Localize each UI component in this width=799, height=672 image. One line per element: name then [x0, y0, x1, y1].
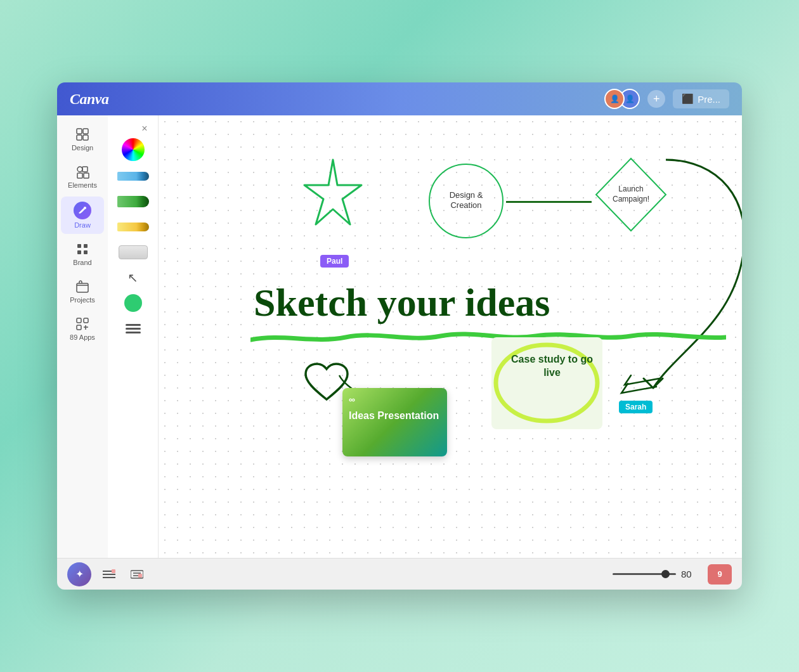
svg-point-4: [77, 167, 82, 172]
edit-tool-button[interactable]: [99, 564, 119, 585]
connector-line: [506, 201, 592, 203]
pen-green-icon: [117, 196, 149, 207]
sidebar-item-brand[interactable]: Brand: [61, 236, 104, 271]
add-collaborator-button[interactable]: +: [647, 90, 665, 108]
zoom-slider-track[interactable]: [613, 573, 676, 575]
present-icon: ⬛: [682, 93, 694, 105]
pen-blue-icon: [117, 172, 149, 181]
menu-tool[interactable]: [114, 318, 152, 339]
star-shape: [292, 153, 374, 236]
svg-rect-0: [77, 129, 82, 134]
menu-line-2: [126, 328, 141, 330]
sidebar-item-elements[interactable]: Elements: [61, 159, 104, 194]
curved-arrow: [590, 147, 742, 413]
sidebar-draw-label: Draw: [74, 221, 91, 229]
svg-rect-11: [77, 250, 81, 254]
svg-rect-2: [77, 135, 82, 140]
svg-text:Creation: Creation: [450, 200, 481, 210]
svg-rect-24: [491, 337, 602, 429]
pen-yellow-tool[interactable]: [114, 217, 152, 237]
dot-tool[interactable]: [114, 293, 152, 313]
presentation-title: Ideas Presentation: [349, 410, 441, 422]
svg-rect-6: [77, 173, 82, 178]
svg-rect-5: [82, 167, 88, 172]
svg-rect-7: [84, 173, 89, 178]
paul-tag: Paul: [320, 255, 349, 268]
svg-rect-1: [83, 129, 88, 134]
elements-icon: [75, 164, 90, 179]
zoom-label: 80: [681, 569, 700, 579]
svg-rect-13: [77, 283, 88, 292]
app-window: Canva 👤 👤 + ⬛ Pre...: [57, 82, 742, 590]
pen-blue-tool[interactable]: [114, 166, 152, 186]
brand-icon: [75, 242, 90, 257]
svg-rect-3: [83, 135, 88, 140]
sidebar-design-label: Design: [72, 144, 93, 152]
svg-rect-9: [77, 244, 81, 248]
cursor-tool[interactable]: ↖: [114, 268, 152, 288]
zoom-slider-thumb: [661, 570, 670, 578]
tools-panel: × ↖: [108, 115, 159, 558]
color-wheel[interactable]: [122, 138, 145, 161]
dot-icon: [124, 294, 142, 312]
present-label: Pre...: [698, 94, 720, 105]
magic-button[interactable]: ✦: [67, 562, 91, 586]
sidebar-apps-label: 89 Apps: [70, 333, 95, 341]
presentation-card: ∞ Ideas Presentation: [342, 388, 447, 456]
pen-yellow-icon: [117, 223, 149, 231]
svg-rect-10: [84, 244, 88, 248]
app-body: Design Elements: [57, 115, 742, 558]
presentation-logo: ∞: [349, 394, 441, 404]
menu-line-1: [126, 324, 141, 326]
sidebar-item-apps[interactable]: 89 Apps: [61, 311, 104, 346]
svg-rect-12: [84, 250, 88, 254]
eraser-icon: [119, 245, 148, 259]
draw-icon: [74, 202, 91, 219]
apps-icon: [75, 316, 90, 332]
sidebar-item-draw[interactable]: Draw: [61, 197, 104, 234]
case-study-container: [488, 334, 606, 435]
design-icon: [75, 127, 90, 142]
sidebar-item-projects[interactable]: Projects: [61, 274, 104, 309]
sarah-tag: Sarah: [619, 401, 653, 413]
canvas-area[interactable]: Design & Creation Launch Campaign! Paul: [159, 115, 742, 558]
svg-rect-16: [77, 325, 81, 330]
svg-rect-29: [112, 569, 115, 573]
svg-rect-33: [138, 574, 142, 578]
avatar-group: 👤 👤: [604, 89, 640, 109]
avatar-user1: 👤: [604, 89, 625, 109]
magic-icon: ✦: [75, 568, 84, 580]
svg-text:Design &: Design &: [450, 190, 483, 200]
sketch-title: Sketch your ideas: [254, 280, 550, 325]
zoom-control: 80: [613, 569, 700, 579]
present-button[interactable]: ⬛ Pre...: [673, 89, 729, 108]
page-nav[interactable]: 9: [708, 564, 732, 585]
sidebar-elements-label: Elements: [68, 181, 97, 189]
svg-point-8: [84, 207, 86, 209]
circle-shape: Design & Creation: [425, 160, 507, 242]
sidebar-item-design[interactable]: Design: [61, 122, 104, 157]
title-bar: Canva 👤 👤 + ⬛ Pre...: [57, 82, 742, 115]
title-bar-right: 👤 👤 + ⬛ Pre...: [604, 89, 729, 109]
bottom-bar: ✦ 80 9: [57, 558, 742, 590]
projects-icon: [75, 279, 90, 294]
canva-logo: Canva: [70, 91, 109, 108]
case-study-text: Case study to go live: [506, 353, 598, 380]
close-tools-button[interactable]: ×: [138, 122, 152, 136]
format-tool-button[interactable]: [127, 564, 147, 585]
back-arrows: [615, 369, 666, 403]
eraser-tool[interactable]: [114, 242, 152, 262]
svg-rect-14: [77, 318, 81, 323]
svg-rect-15: [84, 318, 88, 323]
cursor-icon: ↖: [127, 270, 138, 285]
sidebar: Design Elements: [57, 115, 108, 558]
sidebar-brand-label: Brand: [73, 259, 91, 266]
menu-line-3: [126, 332, 141, 333]
sidebar-projects-label: Projects: [70, 296, 95, 304]
pen-green-tool[interactable]: [114, 191, 152, 212]
